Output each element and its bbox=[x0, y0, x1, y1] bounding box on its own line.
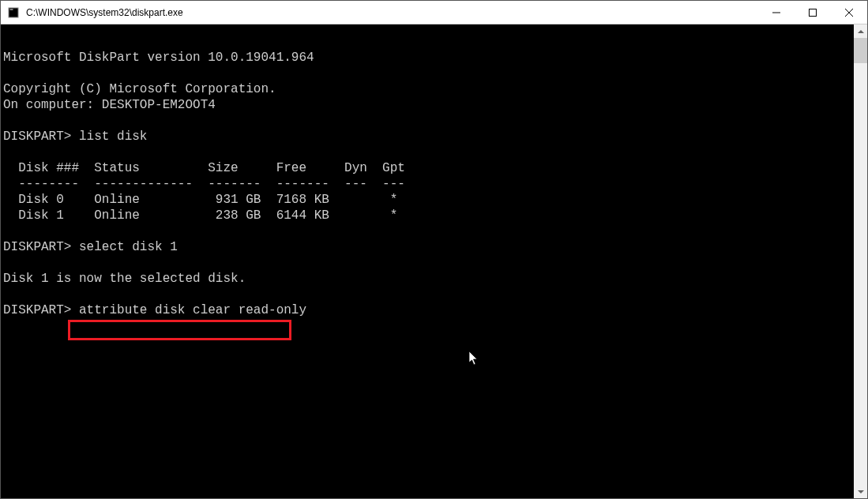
table-row: Disk 0 Online 931 GB 7168 KB * bbox=[3, 193, 397, 207]
scroll-up-arrow-icon[interactable] bbox=[854, 24, 867, 38]
computer-line: On computer: DESKTOP-EM2OOT4 bbox=[3, 98, 216, 112]
scroll-down-arrow-icon[interactable] bbox=[854, 485, 867, 498]
cursor-icon bbox=[408, 336, 479, 386]
svg-rect-3 bbox=[810, 9, 817, 16]
table-header: Disk ### Status Size Free Dyn Gpt bbox=[3, 161, 405, 175]
prompt-command-highlighted: attribute disk clear read-only bbox=[79, 303, 306, 317]
minimize-button[interactable] bbox=[758, 1, 795, 24]
table-row: Disk 1 Online 238 GB 6144 KB * bbox=[3, 208, 397, 223]
svg-rect-1 bbox=[10, 9, 13, 9]
version-line: Microsoft DiskPart version 10.0.19041.96… bbox=[3, 51, 314, 65]
highlight-box bbox=[68, 320, 291, 340]
scroll-track[interactable] bbox=[854, 38, 867, 485]
prompt-list-disk: DISKPART> list disk bbox=[3, 129, 147, 144]
maximize-button[interactable] bbox=[795, 1, 831, 24]
content-area: Microsoft DiskPart version 10.0.19041.96… bbox=[1, 24, 867, 498]
window-controls bbox=[758, 1, 867, 24]
app-icon bbox=[7, 6, 20, 19]
prompt-prefix: DISKPART> bbox=[3, 303, 79, 317]
scroll-thumb[interactable] bbox=[854, 38, 867, 63]
terminal-output[interactable]: Microsoft DiskPart version 10.0.19041.96… bbox=[1, 24, 854, 498]
selected-message: Disk 1 is now the selected disk. bbox=[3, 272, 246, 286]
prompt-select-disk: DISKPART> select disk 1 bbox=[3, 240, 178, 254]
titlebar[interactable]: C:\WINDOWS\system32\diskpart.exe bbox=[1, 1, 867, 24]
table-divider: -------- ------------- ------- ------- -… bbox=[3, 177, 405, 191]
copyright-line: Copyright (C) Microsoft Corporation. bbox=[3, 82, 276, 96]
window-title: C:\WINDOWS\system32\diskpart.exe bbox=[26, 7, 758, 18]
app-window: C:\WINDOWS\system32\diskpart.exe Microso… bbox=[0, 0, 868, 499]
close-button[interactable] bbox=[831, 1, 867, 24]
vertical-scrollbar[interactable] bbox=[854, 24, 867, 498]
